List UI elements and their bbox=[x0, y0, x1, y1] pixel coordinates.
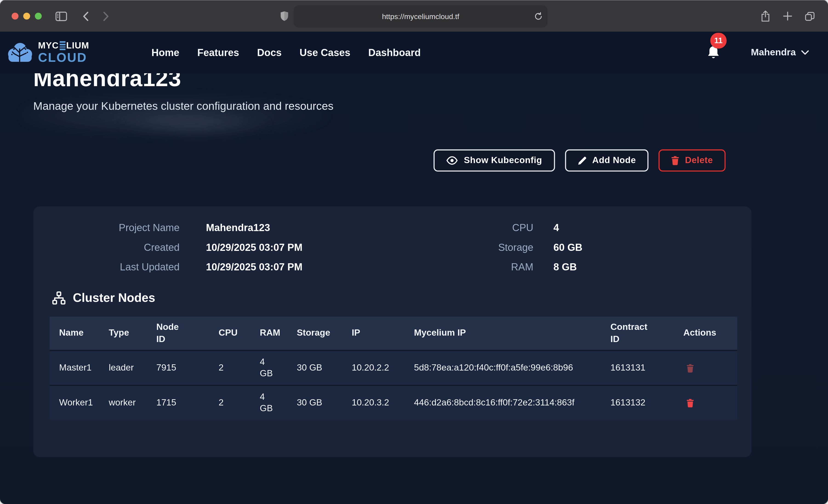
page-content: Mahendra123 Manage your Kubernetes clust… bbox=[0, 73, 828, 504]
node-mycelium-ip: 5d8:78ea:a120:f40c:ff0f:a5fe:99e6:8b96 bbox=[414, 362, 611, 374]
col-actions: Actions bbox=[683, 328, 726, 339]
screen: https://myceliumcloud.tf bbox=[0, 0, 828, 504]
mycelium-cloud-logo[interactable]: MYC LIUM CLOUD bbox=[6, 41, 89, 64]
forward-button[interactable] bbox=[98, 8, 114, 24]
browser-chrome: https://myceliumcloud.tf bbox=[0, 0, 828, 32]
delete-node-button[interactable] bbox=[683, 364, 694, 372]
detail-row: CPU 4 bbox=[454, 222, 730, 234]
share-icon[interactable] bbox=[757, 8, 773, 24]
trash-icon bbox=[687, 364, 694, 372]
node-name: Worker1 bbox=[59, 397, 109, 409]
pencil-icon bbox=[578, 156, 586, 165]
col-storage: Storage bbox=[297, 328, 351, 339]
close-window-button[interactable] bbox=[12, 13, 18, 19]
node-type: worker bbox=[109, 397, 156, 409]
node-storage: 30 GB bbox=[297, 397, 351, 409]
sidebar-toggle-icon[interactable] bbox=[53, 8, 69, 24]
detail-label: Storage bbox=[454, 242, 533, 253]
col-mycelium-ip: Mycelium IP bbox=[414, 328, 611, 339]
table-header-row: Name Type Node ID CPU RAM Storage IP Myc… bbox=[50, 317, 737, 350]
user-menu[interactable]: Mahendra bbox=[751, 47, 809, 58]
col-ip: IP bbox=[351, 328, 414, 339]
detail-row: RAM 8 GB bbox=[454, 261, 730, 273]
traffic-lights bbox=[12, 13, 42, 19]
add-node-button[interactable]: Add Node bbox=[565, 149, 649, 172]
detail-label: Project Name bbox=[53, 222, 179, 234]
page-title: Mahendra123 bbox=[33, 73, 751, 91]
detail-row: Project Name Mahendra123 bbox=[53, 222, 454, 234]
storage-value: 60 GB bbox=[553, 242, 730, 253]
last-updated-value: 10/29/2025 03:07 PM bbox=[206, 261, 454, 273]
node-type: leader bbox=[109, 362, 156, 374]
notification-count-badge: 11 bbox=[710, 32, 727, 48]
node-ram: 4 GB bbox=[260, 391, 297, 415]
nav-item-dashboard[interactable]: Dashboard bbox=[368, 47, 421, 58]
back-button[interactable] bbox=[78, 8, 93, 24]
trash-icon bbox=[687, 398, 694, 407]
node-name: Master1 bbox=[59, 362, 109, 374]
trash-icon bbox=[671, 156, 679, 165]
cluster-actions-toolbar: Show Kubeconfig Add Node bbox=[33, 149, 726, 172]
col-contract-id: Contract ID bbox=[610, 322, 683, 345]
node-contract-id: 1613131 bbox=[610, 362, 683, 374]
node-ram: 4 GB bbox=[260, 356, 297, 380]
delete-cluster-button[interactable]: Delete bbox=[659, 149, 726, 172]
nav-item-docs[interactable]: Docs bbox=[257, 47, 282, 58]
node-id: 1715 bbox=[156, 397, 218, 409]
privacy-shield-icon[interactable] bbox=[280, 11, 288, 21]
node-storage: 30 GB bbox=[297, 362, 351, 374]
url-text: https://myceliumcloud.tf bbox=[382, 12, 459, 20]
logo-e-glyph bbox=[59, 41, 65, 50]
app-header: MYC LIUM CLOUD Home Features Docs Use Ca… bbox=[0, 32, 828, 74]
nav-item-features[interactable]: Features bbox=[197, 47, 239, 58]
col-cpu: CPU bbox=[218, 328, 260, 339]
cloud-tree-icon bbox=[6, 41, 34, 64]
detail-label: Last Updated bbox=[53, 261, 179, 273]
main-nav: Home Features Docs Use Cases Dashboard bbox=[152, 47, 421, 58]
col-name: Name bbox=[59, 328, 109, 339]
logo-word-mycelium: MYC LIUM bbox=[38, 41, 89, 50]
nav-item-home[interactable]: Home bbox=[152, 47, 179, 58]
node-id: 7915 bbox=[156, 362, 218, 374]
ram-value: 8 GB bbox=[553, 261, 730, 273]
reload-icon[interactable] bbox=[534, 12, 542, 20]
detail-label: RAM bbox=[454, 261, 533, 273]
address-bar[interactable]: https://myceliumcloud.tf bbox=[294, 5, 548, 27]
node-cpu: 2 bbox=[218, 362, 260, 374]
detail-row: Last Updated 10/29/2025 03:07 PM bbox=[53, 261, 454, 273]
page-subtitle: Manage your Kubernetes cluster configura… bbox=[33, 100, 751, 112]
col-node-id: Node ID bbox=[156, 322, 218, 345]
detail-row: Storage 60 GB bbox=[454, 242, 730, 253]
detail-label: CPU bbox=[454, 222, 533, 234]
eye-icon bbox=[447, 156, 458, 165]
node-cpu: 2 bbox=[218, 397, 260, 409]
zoom-window-button[interactable] bbox=[35, 13, 42, 19]
show-kubeconfig-button[interactable]: Show Kubeconfig bbox=[434, 149, 555, 172]
cluster-nodes-table: Name Type Node ID CPU RAM Storage IP Myc… bbox=[50, 317, 737, 420]
nav-item-use-cases[interactable]: Use Cases bbox=[300, 47, 350, 58]
browser-window: https://myceliumcloud.tf bbox=[0, 0, 828, 504]
project-name-value: Mahendra123 bbox=[206, 222, 454, 234]
node-contract-id: 1613132 bbox=[610, 397, 683, 409]
detail-row: Created 10/29/2025 03:07 PM bbox=[53, 242, 454, 253]
cpu-value: 4 bbox=[553, 222, 730, 234]
blur-artifact bbox=[116, 115, 275, 136]
col-ram: RAM bbox=[260, 328, 297, 339]
cluster-nodes-heading: Cluster Nodes bbox=[52, 291, 751, 305]
user-name: Mahendra bbox=[751, 47, 796, 58]
network-nodes-icon bbox=[52, 291, 66, 305]
tab-overview-icon[interactable] bbox=[801, 8, 818, 24]
node-ip: 10.20.3.2 bbox=[351, 397, 414, 409]
delete-node-button[interactable] bbox=[683, 398, 694, 407]
minimize-window-button[interactable] bbox=[23, 13, 30, 19]
table-row-master1: Master1 leader 7915 2 4 GB 30 GB 10.20.2… bbox=[50, 350, 737, 385]
node-mycelium-ip: 446:d2a6:8bcd:8c16:ff0f:72e2:3114:863f bbox=[414, 397, 611, 409]
node-ip: 10.20.2.2 bbox=[351, 362, 414, 374]
cluster-details: Project Name Mahendra123 Created 10/29/2… bbox=[33, 222, 751, 273]
new-tab-icon[interactable] bbox=[780, 8, 795, 24]
notifications-bell-icon[interactable]: 11 bbox=[707, 45, 720, 60]
cluster-details-panel: Project Name Mahendra123 Created 10/29/2… bbox=[33, 206, 751, 457]
created-value: 10/29/2025 03:07 PM bbox=[206, 242, 454, 253]
table-row-worker1: Worker1 worker 1715 2 4 GB 30 GB 10.20.3… bbox=[50, 385, 737, 420]
chevron-down-icon bbox=[801, 50, 809, 55]
